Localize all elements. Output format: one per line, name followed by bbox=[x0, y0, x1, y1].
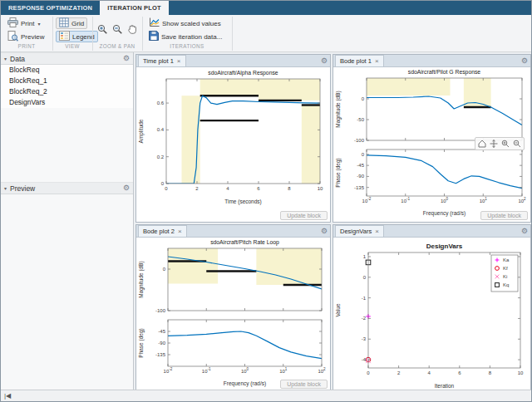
print-button[interactable]: Print ▾ bbox=[4, 17, 43, 29]
svg-text:6: 6 bbox=[257, 186, 260, 191]
svg-text:4: 4 bbox=[428, 370, 431, 375]
gear-icon[interactable]: ⚙ bbox=[521, 57, 528, 65]
svg-text:Magnitude (dB): Magnitude (dB) bbox=[335, 91, 342, 127]
svg-text:Ki: Ki bbox=[503, 274, 507, 279]
time-plot-tab-label: Time plot 1 bbox=[143, 57, 174, 65]
zoom-in-icon[interactable] bbox=[500, 139, 510, 149]
designvars-tab[interactable]: DesignVars × bbox=[335, 225, 384, 237]
svg-text:0.4: 0.4 bbox=[157, 127, 165, 132]
status-nav-icon[interactable]: |◀ bbox=[4, 392, 11, 400]
designvars-tab-label: DesignVars bbox=[340, 228, 372, 235]
bode-1-magnitude-canvas: 0-50-100sdoAircraft/Pilot G ResponseMagn… bbox=[333, 67, 530, 144]
tab-response-optimization[interactable]: RESPONSE OPTIMIZATION bbox=[1, 1, 100, 15]
restore-view-icon[interactable] bbox=[477, 139, 487, 149]
iterations-group: Show scaled values Save iteration data..… bbox=[144, 15, 230, 52]
svg-text:Iteration: Iteration bbox=[435, 383, 455, 389]
pan-button[interactable] bbox=[126, 22, 140, 36]
svg-text:Kf: Kf bbox=[503, 266, 508, 271]
zoom-out-button[interactable] bbox=[111, 22, 125, 36]
collapse-triangle-icon[interactable]: ▾ bbox=[4, 56, 7, 61]
section-label-zoom-pan: ZOOM & PAN bbox=[94, 43, 140, 49]
svg-text:0: 0 bbox=[165, 186, 168, 191]
data-browser-sidebar: ▾ Data ⚙ BlockReq BlockReq_1 BlockReq_2 … bbox=[1, 52, 134, 390]
update-block-button[interactable]: Update block bbox=[280, 211, 328, 220]
toolstrip: Print ▾ Preview PRINT Grid Legend VIEW bbox=[1, 15, 531, 52]
bode-plot-1-body: 0-50-100sdoAircraft/Pilot G ResponseMagn… bbox=[333, 67, 530, 222]
tab-iteration-plot[interactable]: ITERATION PLOT bbox=[100, 1, 169, 15]
app-window: RESPONSE OPTIMIZATION ITERATION PLOT Pri… bbox=[0, 0, 532, 402]
list-item-blockreq-1[interactable]: BlockReq_1 bbox=[1, 76, 133, 86]
svg-text:6: 6 bbox=[458, 370, 461, 375]
svg-text:-4: -4 bbox=[362, 357, 367, 362]
svg-text:10: 10 bbox=[318, 186, 323, 191]
svg-text:-90: -90 bbox=[357, 174, 364, 179]
svg-text:0: 0 bbox=[363, 275, 367, 280]
preview-button[interactable]: Preview bbox=[4, 31, 47, 42]
svg-text:-3: -3 bbox=[362, 336, 367, 341]
svg-text:Amplitude: Amplitude bbox=[138, 119, 145, 143]
time-plot-panel: Time plot 1 × ⚙ 024681000.20.40.6sdoAirc… bbox=[135, 54, 331, 223]
list-item-blockreq[interactable]: BlockReq bbox=[1, 65, 133, 76]
toolbar-separator bbox=[52, 17, 53, 51]
close-icon[interactable]: × bbox=[178, 228, 182, 235]
gear-icon[interactable]: ⚙ bbox=[123, 55, 130, 62]
section-label-view: VIEW bbox=[54, 43, 91, 49]
svg-text:4: 4 bbox=[226, 186, 229, 191]
svg-text:10-2: 10-2 bbox=[362, 197, 372, 203]
bode-plot-1-tab-label: Bode plot 1 bbox=[340, 57, 372, 65]
zoom-out-icon[interactable] bbox=[512, 139, 522, 149]
gear-icon[interactable]: ⚙ bbox=[123, 184, 130, 192]
printer-icon bbox=[7, 17, 18, 29]
grid-icon bbox=[59, 17, 69, 29]
preview-section-header[interactable]: ▾ Preview ⚙ bbox=[1, 182, 133, 194]
toolbar-separator bbox=[232, 17, 233, 51]
bode-plot-2-tab[interactable]: Bode plot 2 × bbox=[138, 225, 187, 237]
svg-text:-45: -45 bbox=[357, 163, 364, 168]
collapse-triangle-icon[interactable]: ▾ bbox=[4, 185, 7, 191]
svg-text:Ka: Ka bbox=[503, 257, 510, 262]
update-block-button[interactable]: Update block bbox=[280, 380, 328, 389]
list-item-designvars[interactable]: DesignVars bbox=[1, 97, 133, 108]
data-section-title: Data bbox=[10, 55, 25, 63]
gear-icon[interactable]: ⚙ bbox=[321, 57, 328, 65]
time-plot-canvas: 024681000.20.40.6sdoAircraft/Alpha Respo… bbox=[136, 67, 330, 205]
bode-1-phase-canvas: 10-210-11001011020-45-90-135Frequency (r… bbox=[333, 147, 530, 217]
pan-icon[interactable] bbox=[489, 139, 499, 149]
grid-label: Grid bbox=[71, 20, 84, 27]
svg-text:-45: -45 bbox=[158, 329, 165, 334]
close-icon[interactable]: × bbox=[375, 228, 379, 235]
svg-text:0.2: 0.2 bbox=[157, 154, 165, 159]
svg-text:2: 2 bbox=[195, 186, 199, 191]
grid-toggle-button[interactable]: Grid bbox=[56, 17, 87, 29]
close-icon[interactable]: × bbox=[375, 57, 379, 65]
data-section-header[interactable]: ▾ Data ⚙ bbox=[1, 52, 133, 65]
svg-text:0.6: 0.6 bbox=[157, 100, 165, 105]
section-label-print: PRINT bbox=[2, 43, 51, 49]
section-label-iterations: ITERATIONS bbox=[144, 43, 230, 49]
bode-plot-1-tab[interactable]: Bode plot 1 × bbox=[335, 55, 384, 66]
gear-icon[interactable]: ⚙ bbox=[521, 228, 528, 235]
gear-icon[interactable]: ⚙ bbox=[321, 228, 328, 235]
save-iteration-data-button[interactable]: Save iteration data... bbox=[145, 31, 225, 42]
svg-text:8: 8 bbox=[489, 370, 492, 375]
toolstrip-tabbar: RESPONSE OPTIMIZATION ITERATION PLOT bbox=[1, 1, 531, 15]
svg-text:-2: -2 bbox=[362, 316, 367, 321]
bode-plot-1-panel: Bode plot 1 × ⚙ 0-50-100sdoAircraft/Pilo… bbox=[332, 54, 531, 223]
svg-text:101: 101 bbox=[279, 367, 288, 374]
zoom-in-button[interactable] bbox=[96, 22, 110, 36]
update-block-button[interactable]: Update block bbox=[480, 211, 528, 220]
axes-toolbar bbox=[475, 137, 525, 150]
time-plot-body: 024681000.20.40.6sdoAircraft/Alpha Respo… bbox=[136, 67, 330, 222]
close-icon[interactable]: × bbox=[177, 57, 181, 65]
bode-plot-1-header: Bode plot 1 × ⚙ bbox=[333, 55, 530, 67]
legend-label: Legend bbox=[72, 33, 95, 41]
show-scaled-values-button[interactable]: Show scaled values bbox=[145, 17, 224, 29]
print-dropdown-arrow[interactable]: ▾ bbox=[37, 21, 40, 27]
time-plot-tab[interactable]: Time plot 1 × bbox=[138, 55, 186, 66]
time-plot-header: Time plot 1 × ⚙ bbox=[136, 55, 330, 67]
save-iteration-data-label: Save iteration data... bbox=[161, 33, 222, 41]
svg-text:-100: -100 bbox=[354, 138, 365, 143]
list-item-blockreq-2[interactable]: BlockReq_2 bbox=[1, 86, 133, 97]
designvars-panel: DesignVars × ⚙ 024681010-1-2-3-4DesignVa… bbox=[332, 224, 531, 391]
svg-text:0: 0 bbox=[367, 370, 370, 375]
